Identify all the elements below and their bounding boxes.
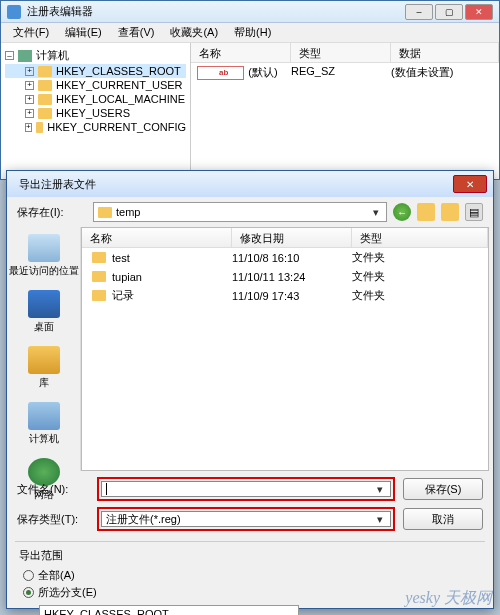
menu-help[interactable]: 帮助(H) [226, 23, 279, 42]
export-dialog: 导出注册表文件 ✕ 保存在(I): temp ▾ ← ▤ 最近访问的位置 桌面 [6, 170, 494, 609]
registry-values-list[interactable]: 名称 类型 数据 ab(默认) REG_SZ (数值未设置) [191, 43, 499, 173]
window-controls: – ▢ ✕ [405, 4, 493, 20]
scope-all-label: 全部(A) [38, 568, 75, 583]
library-icon [28, 346, 60, 374]
scope-branch-option[interactable]: 所选分支(E) [19, 584, 481, 601]
text-cursor [106, 483, 107, 495]
tree-item-label: HKEY_USERS [56, 107, 130, 119]
expand-icon[interactable]: + [25, 109, 34, 118]
list-item[interactable]: 记录 11/10/9 17:43 文件夹 [82, 286, 488, 305]
place-recent[interactable]: 最近访问的位置 [7, 231, 80, 281]
chevron-down-icon[interactable]: ▾ [374, 513, 386, 526]
toolbar-icons: ← ▤ [393, 203, 483, 221]
menu-file[interactable]: 文件(F) [5, 23, 57, 42]
save-in-label: 保存在(I): [17, 205, 87, 220]
filetype-value: 注册文件(*.reg) [106, 512, 181, 527]
back-icon[interactable]: ← [393, 203, 411, 221]
collapse-icon[interactable]: – [5, 51, 14, 60]
menu-view[interactable]: 查看(V) [110, 23, 163, 42]
save-location-row: 保存在(I): temp ▾ ← ▤ [7, 197, 493, 227]
tree-item-label: HKEY_CLASSES_ROOT [56, 65, 181, 77]
expand-icon[interactable]: + [25, 67, 34, 76]
file-list-header: 名称 修改日期 类型 [82, 228, 488, 248]
chevron-down-icon[interactable]: ▾ [374, 483, 386, 496]
branch-input[interactable]: HKEY_CLASSES_ROOT [39, 605, 299, 615]
file-modified: 11/10/9 17:43 [232, 290, 352, 302]
cancel-button[interactable]: 取消 [403, 508, 483, 530]
place-desktop[interactable]: 桌面 [7, 287, 80, 337]
folder-icon [38, 94, 52, 105]
filename-label: 文件名(N): [17, 482, 89, 497]
registry-tree[interactable]: – 计算机 + HKEY_CLASSES_ROOT + HKEY_CURRENT… [1, 43, 191, 173]
tree-item-hku[interactable]: + HKEY_USERS [5, 106, 186, 120]
col-type[interactable]: 类型 [291, 43, 391, 62]
tree-root-label: 计算机 [36, 48, 69, 63]
tree-item-hkcu[interactable]: + HKEY_CURRENT_USER [5, 78, 186, 92]
registry-titlebar: 注册表编辑器 – ▢ ✕ [1, 1, 499, 23]
radio-icon[interactable] [23, 587, 34, 598]
computer-icon [18, 50, 32, 62]
folder-icon [38, 80, 52, 91]
filename-input[interactable]: ▾ [101, 481, 391, 497]
new-folder-icon[interactable] [441, 203, 459, 221]
expand-icon[interactable]: + [25, 81, 34, 90]
value-row[interactable]: ab(默认) REG_SZ (数值未设置) [191, 63, 499, 82]
folder-icon [92, 290, 106, 301]
menu-favorites[interactable]: 收藏夹(A) [162, 23, 226, 42]
tree-item-label: HKEY_CURRENT_CONFIG [47, 121, 186, 133]
maximize-button[interactable]: ▢ [435, 4, 463, 20]
place-label: 计算机 [29, 432, 59, 446]
folder-icon [92, 252, 106, 263]
regedit-icon [7, 5, 21, 19]
up-one-level-icon[interactable] [417, 203, 435, 221]
tree-root-computer[interactable]: – 计算机 [5, 47, 186, 64]
file-list[interactable]: 名称 修改日期 类型 test 11/10/8 16:10 文件夹 tupian… [81, 227, 489, 471]
tree-item-hklm[interactable]: + HKEY_LOCAL_MACHINE [5, 92, 186, 106]
expand-icon[interactable]: + [25, 123, 32, 132]
col-data[interactable]: 数据 [391, 43, 499, 62]
save-button[interactable]: 保存(S) [403, 478, 483, 500]
tree-item-hkcc[interactable]: + HKEY_CURRENT_CONFIG [5, 120, 186, 134]
col-type[interactable]: 类型 [352, 228, 488, 247]
file-name: test [112, 252, 130, 264]
value-data: (数值未设置) [391, 65, 499, 80]
place-network[interactable]: 网络 [7, 455, 80, 505]
dialog-titlebar: 导出注册表文件 ✕ [7, 171, 493, 197]
col-name[interactable]: 名称 [82, 228, 232, 247]
string-value-icon: ab [197, 66, 244, 80]
tree-item-label: HKEY_LOCAL_MACHINE [56, 93, 185, 105]
folder-icon [36, 122, 44, 133]
file-name: tupian [112, 271, 142, 283]
scope-all-option[interactable]: 全部(A) [19, 567, 481, 584]
col-name[interactable]: 名称 [191, 43, 291, 62]
place-label: 最近访问的位置 [9, 264, 79, 278]
filetype-combo[interactable]: 注册文件(*.reg) ▾ [101, 511, 391, 527]
chevron-down-icon[interactable]: ▾ [370, 206, 382, 219]
file-type: 文件夹 [352, 250, 488, 265]
menu-edit[interactable]: 编辑(E) [57, 23, 110, 42]
radio-icon[interactable] [23, 570, 34, 581]
expand-icon[interactable]: + [25, 95, 34, 104]
value-name: (默认) [248, 65, 291, 80]
place-label: 桌面 [34, 320, 54, 334]
place-computer[interactable]: 计算机 [7, 399, 80, 449]
filetype-label: 保存类型(T): [17, 512, 89, 527]
file-modified: 11/10/11 13:24 [232, 271, 352, 283]
save-in-combo[interactable]: temp ▾ [93, 202, 387, 222]
dialog-close-button[interactable]: ✕ [453, 175, 487, 193]
col-modified[interactable]: 修改日期 [232, 228, 352, 247]
list-item[interactable]: tupian 11/10/11 13:24 文件夹 [82, 267, 488, 286]
place-label: 库 [39, 376, 49, 390]
file-type: 文件夹 [352, 269, 488, 284]
view-menu-icon[interactable]: ▤ [465, 203, 483, 221]
desktop-icon [28, 290, 60, 318]
registry-title: 注册表编辑器 [27, 4, 405, 19]
export-scope-group: 导出范围 全部(A) 所选分支(E) HKEY_CLASSES_ROOT [15, 541, 485, 615]
list-item[interactable]: test 11/10/8 16:10 文件夹 [82, 248, 488, 267]
tree-item-hkcr[interactable]: + HKEY_CLASSES_ROOT [5, 64, 186, 78]
computer-icon [28, 402, 60, 430]
place-library[interactable]: 库 [7, 343, 80, 393]
minimize-button[interactable]: – [405, 4, 433, 20]
close-button[interactable]: ✕ [465, 4, 493, 20]
scope-title: 导出范围 [19, 548, 481, 563]
